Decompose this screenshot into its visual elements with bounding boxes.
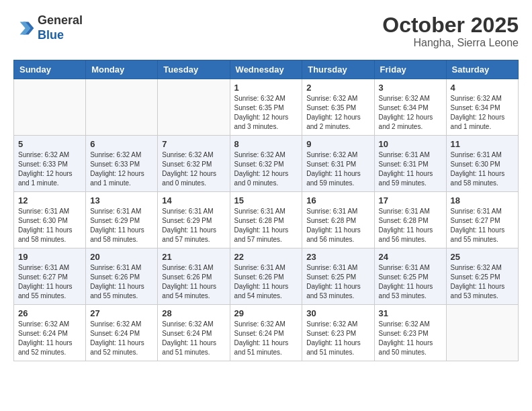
weekday-header-thursday: Thursday [302,60,374,79]
calendar-cell: 23Sunrise: 6:31 AM Sunset: 6:25 PM Dayli… [302,248,374,305]
calendar-cell [446,305,518,361]
day-number: 17 [379,195,442,205]
day-info: Sunrise: 6:31 AM Sunset: 6:26 PM Dayligh… [162,263,225,301]
day-number: 20 [90,252,153,262]
day-info: Sunrise: 6:32 AM Sunset: 6:34 PM Dayligh… [451,94,514,132]
day-number: 22 [234,252,298,262]
day-info: Sunrise: 6:32 AM Sunset: 6:33 PM Dayligh… [90,150,153,188]
day-info: Sunrise: 6:32 AM Sunset: 6:34 PM Dayligh… [379,94,442,132]
calendar-cell [14,79,86,136]
day-number: 3 [379,83,442,93]
day-info: Sunrise: 6:31 AM Sunset: 6:28 PM Dayligh… [306,207,369,244]
day-info: Sunrise: 6:32 AM Sunset: 6:24 PM Dayligh… [90,320,153,357]
logo-icon [13,17,35,39]
logo-text-general: General [38,13,83,28]
day-number: 12 [18,195,81,205]
location-subtitle: Hangha, Sierra Leone [382,37,519,49]
calendar-cell: 28Sunrise: 6:32 AM Sunset: 6:24 PM Dayli… [158,305,230,361]
calendar-cell: 9Sunrise: 6:32 AM Sunset: 6:31 PM Daylig… [302,136,374,192]
day-info: Sunrise: 6:31 AM Sunset: 6:28 PM Dayligh… [234,207,298,244]
day-number: 14 [162,195,225,205]
logo-text-blue: Blue [38,28,83,43]
day-number: 5 [18,139,81,149]
day-number: 26 [18,308,81,318]
calendar-cell: 16Sunrise: 6:31 AM Sunset: 6:28 PM Dayli… [302,192,374,248]
calendar-cell: 26Sunrise: 6:32 AM Sunset: 6:24 PM Dayli… [14,305,86,361]
calendar-cell: 10Sunrise: 6:31 AM Sunset: 6:31 PM Dayli… [374,136,446,192]
calendar-week-row: 26Sunrise: 6:32 AM Sunset: 6:24 PM Dayli… [14,305,519,361]
day-info: Sunrise: 6:31 AM Sunset: 6:28 PM Dayligh… [379,207,442,244]
title-block: October 2025 Hangha, Sierra Leone [382,13,519,49]
day-number: 8 [234,139,298,149]
day-number: 30 [306,308,369,318]
day-info: Sunrise: 6:32 AM Sunset: 6:32 PM Dayligh… [162,150,225,188]
calendar-cell: 21Sunrise: 6:31 AM Sunset: 6:26 PM Dayli… [158,248,230,305]
day-info: Sunrise: 6:31 AM Sunset: 6:31 PM Dayligh… [379,150,442,188]
calendar-cell: 13Sunrise: 6:31 AM Sunset: 6:29 PM Dayli… [86,192,158,248]
day-number: 15 [234,195,298,205]
day-number: 16 [306,195,369,205]
calendar-cell: 30Sunrise: 6:32 AM Sunset: 6:23 PM Dayli… [302,305,374,361]
day-number: 19 [18,252,81,262]
day-number: 25 [451,252,514,262]
day-number: 24 [379,252,442,262]
weekday-header-saturday: Saturday [446,60,518,79]
day-info: Sunrise: 6:32 AM Sunset: 6:35 PM Dayligh… [306,94,369,132]
day-info: Sunrise: 6:32 AM Sunset: 6:32 PM Dayligh… [234,150,298,188]
calendar-cell: 12Sunrise: 6:31 AM Sunset: 6:30 PM Dayli… [14,192,86,248]
day-info: Sunrise: 6:31 AM Sunset: 6:30 PM Dayligh… [451,150,514,188]
day-number: 21 [162,252,225,262]
day-number: 2 [306,83,369,93]
day-number: 31 [379,308,442,318]
calendar-cell: 1Sunrise: 6:32 AM Sunset: 6:35 PM Daylig… [230,79,302,136]
day-info: Sunrise: 6:31 AM Sunset: 6:26 PM Dayligh… [90,263,153,301]
day-info: Sunrise: 6:31 AM Sunset: 6:27 PM Dayligh… [451,207,514,244]
weekday-header-sunday: Sunday [14,60,86,79]
calendar-week-row: 1Sunrise: 6:32 AM Sunset: 6:35 PM Daylig… [14,79,519,136]
calendar-cell: 22Sunrise: 6:31 AM Sunset: 6:26 PM Dayli… [230,248,302,305]
weekday-header-row: SundayMondayTuesdayWednesdayThursdayFrid… [14,60,519,79]
calendar-cell: 8Sunrise: 6:32 AM Sunset: 6:32 PM Daylig… [230,136,302,192]
calendar-cell: 18Sunrise: 6:31 AM Sunset: 6:27 PM Dayli… [446,192,518,248]
calendar-cell: 5Sunrise: 6:32 AM Sunset: 6:33 PM Daylig… [14,136,86,192]
day-number: 27 [90,308,153,318]
day-info: Sunrise: 6:32 AM Sunset: 6:35 PM Dayligh… [234,94,298,132]
calendar-cell: 19Sunrise: 6:31 AM Sunset: 6:27 PM Dayli… [14,248,86,305]
day-number: 1 [234,83,298,93]
day-info: Sunrise: 6:32 AM Sunset: 6:33 PM Dayligh… [18,150,81,188]
day-number: 18 [451,195,514,205]
calendar-cell: 14Sunrise: 6:31 AM Sunset: 6:29 PM Dayli… [158,192,230,248]
day-number: 11 [451,139,514,149]
month-year-title: October 2025 [382,13,519,37]
day-number: 4 [451,83,514,93]
day-number: 7 [162,139,225,149]
page-header: General Blue October 2025 Hangha, Sierra… [13,13,519,49]
day-number: 13 [90,195,153,205]
day-number: 10 [379,139,442,149]
day-info: Sunrise: 6:31 AM Sunset: 6:29 PM Dayligh… [90,207,153,244]
day-info: Sunrise: 6:31 AM Sunset: 6:30 PM Dayligh… [18,207,81,244]
calendar-week-row: 5Sunrise: 6:32 AM Sunset: 6:33 PM Daylig… [14,136,519,192]
day-info: Sunrise: 6:32 AM Sunset: 6:31 PM Dayligh… [306,150,369,188]
weekday-header-monday: Monday [86,60,158,79]
weekday-header-wednesday: Wednesday [230,60,302,79]
day-number: 29 [234,308,298,318]
day-number: 6 [90,139,153,149]
calendar-cell: 6Sunrise: 6:32 AM Sunset: 6:33 PM Daylig… [86,136,158,192]
calendar-cell: 2Sunrise: 6:32 AM Sunset: 6:35 PM Daylig… [302,79,374,136]
calendar-cell: 29Sunrise: 6:32 AM Sunset: 6:24 PM Dayli… [230,305,302,361]
calendar-cell: 7Sunrise: 6:32 AM Sunset: 6:32 PM Daylig… [158,136,230,192]
day-number: 23 [306,252,369,262]
weekday-header-friday: Friday [374,60,446,79]
day-info: Sunrise: 6:32 AM Sunset: 6:24 PM Dayligh… [18,320,81,357]
day-info: Sunrise: 6:32 AM Sunset: 6:23 PM Dayligh… [306,320,369,357]
day-info: Sunrise: 6:31 AM Sunset: 6:25 PM Dayligh… [306,263,369,301]
calendar-cell: 31Sunrise: 6:32 AM Sunset: 6:23 PM Dayli… [374,305,446,361]
day-number: 28 [162,308,225,318]
calendar-cell [86,79,158,136]
calendar-cell [158,79,230,136]
day-info: Sunrise: 6:31 AM Sunset: 6:27 PM Dayligh… [18,263,81,301]
day-number: 9 [306,139,369,149]
weekday-header-tuesday: Tuesday [158,60,230,79]
day-info: Sunrise: 6:31 AM Sunset: 6:25 PM Dayligh… [379,263,442,301]
